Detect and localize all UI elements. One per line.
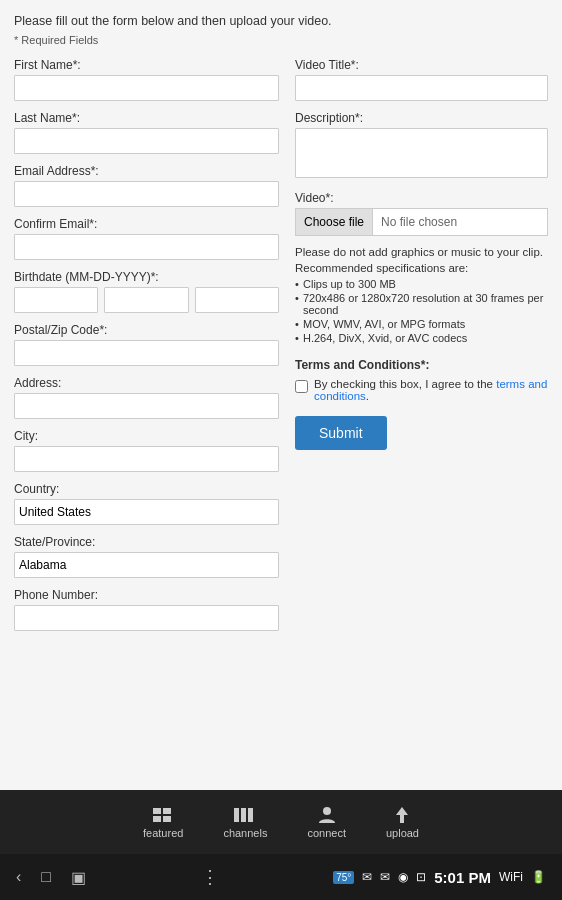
birthdate-label: Birthdate (MM-DD-YYYY)*: [14,270,279,284]
state-select[interactable]: Alabama [14,552,279,578]
first-name-group: First Name*: [14,58,279,101]
nav-upload-label: upload [386,827,419,839]
form-layout: First Name*: Last Name*: Email Address*:… [14,58,548,641]
time-display: 5:01 PM [434,869,491,886]
specs-label: Recommended specifications are: [295,262,548,274]
eye-icon: ◉ [398,870,408,884]
svg-rect-6 [248,808,253,822]
form-left: First Name*: Last Name*: Email Address*:… [14,58,279,641]
spec-item-4: H.264, DivX, Xvid, or AVC codecs [295,332,548,344]
system-center: ⋮ [201,866,219,888]
menu-dots-icon[interactable]: ⋮ [201,866,219,888]
last-name-group: Last Name*: [14,111,279,154]
terms-text: By checking this box, I agree to the ter… [314,378,548,402]
nav-connect[interactable]: connect [307,806,346,839]
last-name-input[interactable] [14,128,279,154]
postal-group: Postal/Zip Code*: [14,323,279,366]
email-group: Email Address*: [14,164,279,207]
description-group: Description*: [295,111,548,181]
country-select[interactable]: United States [14,499,279,525]
svg-rect-4 [234,808,239,822]
svg-rect-2 [153,816,161,822]
system-bar: ‹ □ ▣ ⋮ 75° ✉ ✉ ◉ ⊡ 5:01 PM WiFi 🔋 [0,854,562,900]
spec-item-2: 720x486 or 1280x720 resolution at 30 fra… [295,292,548,316]
video-label: Video*: [295,191,548,205]
svg-rect-1 [163,808,171,814]
choose-file-button[interactable]: Choose file [296,209,373,235]
video-title-group: Video Title*: [295,58,548,101]
phone-input[interactable] [14,605,279,631]
spec-item-3: MOV, WMV, AVI, or MPG formats [295,318,548,330]
upload-icon [390,806,414,824]
email-input[interactable] [14,181,279,207]
birthdate-row [14,287,279,313]
confirm-email-label: Confirm Email*: [14,217,279,231]
address-group: Address: [14,376,279,419]
photo-icon: ⊡ [416,870,426,884]
confirm-email-group: Confirm Email*: [14,217,279,260]
wifi-icon: WiFi [499,870,523,884]
terms-label: Terms and Conditions*: [295,358,548,372]
phone-group: Phone Number: [14,588,279,631]
address-label: Address: [14,376,279,390]
state-label: State/Province: [14,535,279,549]
nav-upload[interactable]: upload [386,806,419,839]
terms-section: Terms and Conditions*: By checking this … [295,358,548,402]
spec-item-1: Clips up to 300 MB [295,278,548,290]
no-file-text: No file chosen [373,215,465,229]
postal-label: Postal/Zip Code*: [14,323,279,337]
gmail-icon: ✉ [362,870,372,884]
first-name-input[interactable] [14,75,279,101]
home-icon[interactable]: □ [41,868,51,886]
channels-icon [233,806,257,824]
nav-featured[interactable]: featured [143,806,183,839]
recents-icon[interactable]: ▣ [71,868,86,887]
country-group: Country: United States [14,482,279,525]
system-left: ‹ □ ▣ [16,868,86,887]
nav-channels[interactable]: channels [223,806,267,839]
city-group: City: [14,429,279,472]
svg-rect-5 [241,808,246,822]
mail-icon: ✉ [380,870,390,884]
intro-text: Please fill out the form below and then … [14,14,548,28]
terms-checkbox-row: By checking this box, I agree to the ter… [295,378,548,402]
connect-icon [315,806,339,824]
city-input[interactable] [14,446,279,472]
phone-label: Phone Number: [14,588,279,602]
svg-rect-0 [153,808,161,814]
video-title-label: Video Title*: [295,58,548,72]
video-upload-group: Video*: Choose file No file chosen [295,191,548,236]
bottom-nav: featured channels connect upload [0,790,562,854]
form-right: Video Title*: Description*: Video*: Choo… [295,58,548,641]
state-group: State/Province: Alabama [14,535,279,578]
system-right: 75° ✉ ✉ ◉ ⊡ 5:01 PM WiFi 🔋 [333,869,546,886]
svg-rect-3 [163,816,171,822]
confirm-email-input[interactable] [14,234,279,260]
temp-badge: 75° [333,871,354,884]
terms-checkbox[interactable] [295,380,308,393]
submit-button[interactable]: Submit [295,416,387,450]
nav-featured-label: featured [143,827,183,839]
nav-connect-label: connect [307,827,346,839]
featured-icon [151,806,175,824]
birthdate-month-input[interactable] [14,287,98,313]
last-name-label: Last Name*: [14,111,279,125]
nav-channels-label: channels [223,827,267,839]
first-name-label: First Name*: [14,58,279,72]
country-label: Country: [14,482,279,496]
postal-input[interactable] [14,340,279,366]
required-note: * Required Fields [14,34,548,46]
video-title-input[interactable] [295,75,548,101]
city-label: City: [14,429,279,443]
content-area: Please fill out the form below and then … [0,0,562,810]
description-input[interactable] [295,128,548,178]
email-label: Email Address*: [14,164,279,178]
battery-icon: 🔋 [531,870,546,884]
birthdate-day-input[interactable] [104,287,188,313]
address-input[interactable] [14,393,279,419]
birthdate-group: Birthdate (MM-DD-YYYY)*: [14,270,279,313]
file-upload-row: Choose file No file chosen [295,208,548,236]
back-icon[interactable]: ‹ [16,868,21,886]
birthdate-year-input[interactable] [195,287,279,313]
description-label: Description*: [295,111,548,125]
